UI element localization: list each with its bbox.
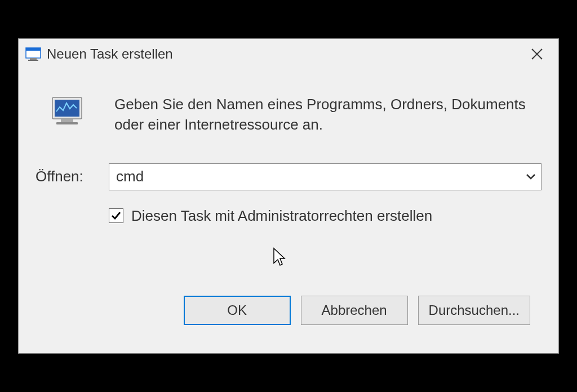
mouse-cursor-icon	[272, 247, 288, 270]
browse-button[interactable]: Durchsuchen...	[418, 296, 530, 325]
run-dialog: Neuen Task erstellen Geben Sie den Namen…	[18, 38, 559, 354]
ok-button[interactable]: OK	[184, 296, 291, 325]
input-row: Öffnen:	[30, 163, 547, 190]
admin-checkbox[interactable]	[109, 208, 123, 223]
cursor-area	[30, 253, 547, 296]
button-row: OK Abbrechen Durchsuchen...	[30, 296, 547, 342]
svg-rect-3	[28, 60, 38, 61]
dialog-content: Geben Sie den Namen eines Programms, Ord…	[19, 69, 558, 353]
svg-rect-9	[56, 122, 78, 124]
dialog-title: Neuen Task erstellen	[47, 46, 520, 62]
app-icon	[25, 47, 41, 61]
cancel-button[interactable]: Abbrechen	[301, 296, 408, 325]
svg-rect-2	[30, 58, 37, 60]
info-row: Geben Sie den Namen eines Programms, Ord…	[30, 92, 547, 135]
open-label: Öffnen:	[35, 168, 109, 185]
titlebar: Neuen Task erstellen	[19, 39, 558, 69]
svg-rect-8	[61, 119, 73, 122]
close-icon	[531, 48, 543, 60]
admin-checkbox-row: Diesen Task mit Administratorrechten ers…	[30, 207, 547, 225]
checkmark-icon	[110, 210, 122, 221]
close-button[interactable]	[520, 42, 554, 66]
admin-checkbox-label[interactable]: Diesen Task mit Administratorrechten ers…	[131, 207, 432, 225]
svg-rect-1	[26, 48, 41, 51]
open-input[interactable]	[109, 163, 542, 190]
task-manager-icon	[47, 92, 92, 131]
open-combobox[interactable]	[109, 163, 542, 190]
info-text: Geben Sie den Namen eines Programms, Ord…	[114, 92, 542, 135]
